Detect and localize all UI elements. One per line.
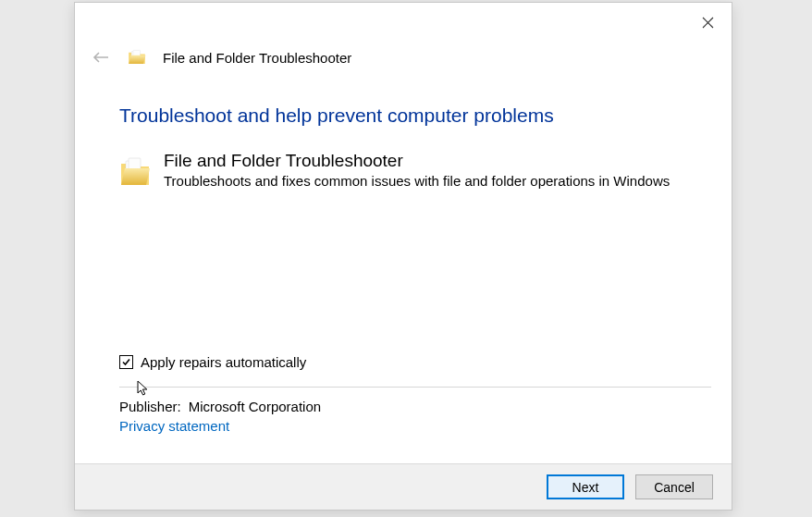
apply-repairs-label[interactable]: Apply repairs automatically (141, 354, 306, 370)
program-info: File and Folder Troubleshooter Troublesh… (119, 151, 711, 190)
privacy-link[interactable]: Privacy statement (119, 418, 229, 434)
page-heading: Troubleshoot and help prevent computer p… (119, 105, 711, 127)
back-button[interactable] (91, 47, 111, 68)
apply-repairs-checkbox[interactable] (119, 355, 133, 369)
close-button[interactable] (695, 10, 720, 34)
troubleshooter-dialog: File and Folder Troubleshooter Troublesh… (74, 2, 732, 511)
program-name: File and Folder Troubleshooter (164, 151, 670, 171)
dialog-footer: Next Cancel (75, 463, 732, 510)
back-arrow-icon (92, 51, 109, 64)
publisher-value: Microsoft Corporation (189, 399, 321, 414)
checkmark-icon (121, 357, 131, 367)
publisher-row: Publisher:Microsoft Corporation (119, 399, 711, 414)
next-button[interactable]: Next (547, 474, 624, 499)
folder-icon (119, 154, 151, 190)
program-description: Troubleshoots and fixes common issues wi… (164, 173, 670, 189)
separator (119, 387, 711, 388)
publisher-label: Publisher: (119, 399, 181, 414)
close-icon (702, 17, 714, 29)
folder-icon (128, 48, 146, 67)
cancel-button[interactable]: Cancel (635, 474, 713, 499)
header-title: File and Folder Troubleshooter (163, 50, 351, 66)
